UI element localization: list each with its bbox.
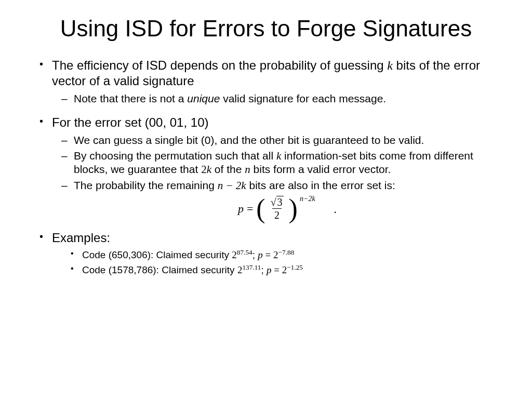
slide-title: Using ISD for Errors to Forge Signatures <box>31 16 501 42</box>
text: of the <box>211 163 245 175</box>
text: Code (650,306): Claimed security <box>82 249 232 260</box>
rparen: ) <box>289 198 298 220</box>
lparen: ( <box>256 198 265 220</box>
power: 2−7.88 <box>273 249 294 260</box>
bullet-2-sub-1: We can guess a single bit (0), and the o… <box>74 134 501 147</box>
text: bits are also in the error set is: <box>246 179 395 191</box>
formula-p: p = ( 3 2 ) n−2k . <box>74 196 501 221</box>
var-p: p <box>238 202 244 216</box>
exponent: n−2k <box>300 194 315 204</box>
text: Note that there is not a <box>74 92 187 104</box>
text: By choosing the permutation such that al… <box>74 150 276 162</box>
italic-unique: unique <box>187 92 220 104</box>
bullet-3: Examples: Code (650,306): Claimed securi… <box>52 230 501 277</box>
text: valid signature for each message. <box>220 92 386 104</box>
var-k: k <box>387 59 393 72</box>
period: . <box>334 202 337 217</box>
sqrt: 3 <box>271 196 284 208</box>
expr-2k: 2k <box>201 163 211 176</box>
bullet-2-sub-3: The probability the remaining n − 2k bit… <box>74 179 501 221</box>
var-n: n <box>245 163 250 176</box>
bullet-1: The efficiency of ISD depends on the pro… <box>52 58 501 105</box>
text: bits form a valid error vector. <box>250 163 391 175</box>
text: Examples: <box>52 231 110 245</box>
eq: = <box>263 249 273 260</box>
text: For the error set (00, 01, 10) <box>52 115 208 129</box>
eq: = <box>272 264 282 275</box>
example-2: Code (1578,786): Claimed security 2137.1… <box>82 263 501 277</box>
text: The efficiency of ISD depends on the pro… <box>52 58 387 72</box>
power: 287.54 <box>232 249 252 260</box>
power: 2137.11 <box>237 264 261 275</box>
power: 2−1.25 <box>282 264 303 275</box>
expr-n-2k: n − 2k <box>218 179 246 192</box>
sep: ; <box>252 249 258 260</box>
bullet-list: The efficiency of ISD depends on the pro… <box>31 58 501 277</box>
equals: = <box>247 202 253 216</box>
fraction: 3 2 <box>269 196 286 221</box>
var-k: k <box>276 150 281 162</box>
bullet-2: For the error set (00, 01, 10) We can gu… <box>52 115 501 221</box>
text: The probability the remaining <box>74 179 218 191</box>
bullet-2-sub-2: By choosing the permutation such that al… <box>74 149 501 177</box>
sep: ; <box>261 264 267 275</box>
example-1: Code (650,306): Claimed security 287.54;… <box>82 248 501 262</box>
var-p: p <box>258 249 263 260</box>
var-p: p <box>267 264 272 275</box>
text: Code (1578,786): Claimed security <box>82 264 237 275</box>
bullet-1-sub-1: Note that there is not a unique valid si… <box>74 92 501 105</box>
